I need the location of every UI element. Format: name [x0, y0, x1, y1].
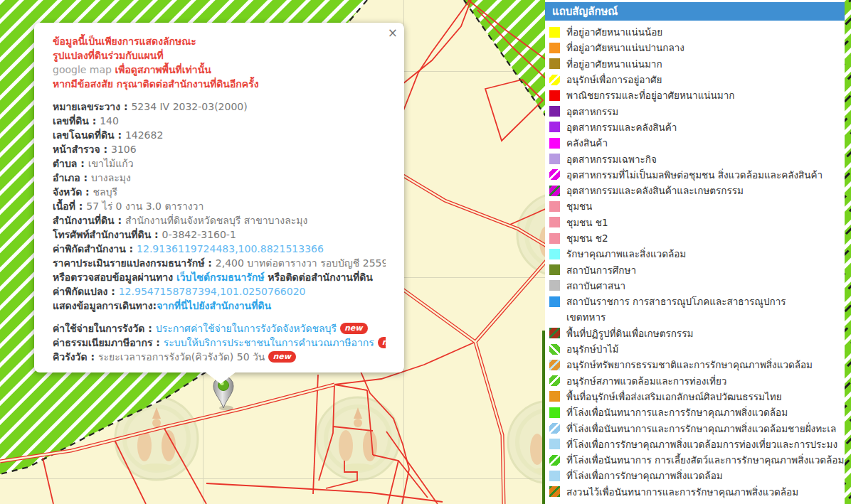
popup-line: เลขโฉนดที่ดิน : 142682 — [53, 128, 386, 142]
legend-label: อุตสาหกรรมและคลังสินค้าและเกษตรกรรม — [566, 183, 744, 198]
popup-line: จังหวัด : ชลบุรี — [53, 185, 386, 199]
popup-text: 5234 IV 2032-03(2000) — [131, 101, 247, 112]
legend-swatch-icon — [549, 375, 560, 386]
popup-text: หรือตรวจสอบข้อมูลผ่านทาง — [53, 272, 176, 283]
popup-link[interactable]: เว็บไซต์กรมธนารักษ์ — [176, 272, 265, 283]
popup-link[interactable]: ระบบให้บริการประชาชนในการคำนวณภาษีอากร — [164, 337, 374, 348]
popup-tail — [205, 372, 236, 384]
legend-item: ที่โล่งเพื่อนันทนาการ การเลี้ยงสัตว์และก… — [545, 452, 845, 468]
popup-line: โทรศัพท์สำนักงานที่ดิน : 0-3842-3160-1 — [53, 227, 386, 242]
legend-swatch-icon — [549, 106, 560, 117]
legend-swatch-icon — [549, 328, 560, 338]
legend-label: ที่โล่งเพื่อการรักษาคุณภาพสิ่งแวดล้อมการ… — [566, 436, 837, 452]
legend-swatch-icon — [549, 201, 560, 212]
legend-label: อนุรักษ์เพื่อการอยู่อาศัย — [566, 72, 662, 87]
popup-link[interactable]: จากที่นี่ไปยังสำนักงานที่ดิน — [157, 300, 271, 311]
legend-item: อนุรักษ์ทรัพยากรธรรมชาติและการรักษาคุณภา… — [545, 357, 845, 372]
legend-swatch-icon — [549, 344, 560, 355]
popup-line: ราคาประเมินรายแปลงกรมธนารักษ์ : 2,400 บา… — [53, 256, 386, 270]
legend-swatch-icon — [549, 280, 560, 291]
legend-item: รักษาคุณภาพและสิ่งแวดล้อม — [545, 246, 845, 262]
legend-item: ที่อยู่อาศัยหนาแน่นน้อย — [545, 24, 845, 40]
legend-item: ที่อยู่อาศัยหนาแน่นปานกลาง — [545, 40, 845, 55]
legend-swatch-icon — [549, 296, 560, 307]
legend-swatch-icon — [549, 312, 560, 323]
popup-link[interactable]: 12.9136119724483,100.8821513366 — [137, 243, 324, 254]
legend-item: ชุมชน ช1 — [545, 215, 845, 230]
popup-text: หมายเลขระวาง : — [53, 101, 131, 112]
popup-line: เนื้อที่ : 57 ไร่ 0 งาน 3.0 ตารางวา — [53, 199, 386, 213]
legend-label: คลังสินค้า — [566, 135, 608, 151]
new-badge: new — [268, 351, 295, 363]
popup-line: ค่าธรรมเนียมภาษีอากร : ระบบให้บริการประช… — [53, 336, 386, 350]
popup-text: ตำบล : — [53, 158, 88, 169]
legend-item: อนุรักษ์เพื่อการอยู่อาศัย — [545, 72, 845, 87]
popup-text: เลขที่ดิน : — [53, 115, 100, 127]
popup-line: ค่าพิกัดแปลง : 12.9547158787394,101.0250… — [53, 284, 386, 299]
popup-text: สำนักงานที่ดิน : — [53, 215, 125, 226]
legend-item: สถาบันศาสนา — [545, 278, 845, 294]
legend-label: สถาบันราชการ การสาธารณูปโภคและสาธารณูปกา… — [566, 294, 786, 309]
legend-item: อนุรักษ์สภาพแวดล้อมและการท่องเที่ยว — [545, 373, 845, 389]
popup-line: อำเภอ : บางละมุง — [53, 171, 386, 185]
legend-label: ชุมชน ช2 — [566, 230, 608, 246]
popup-line: ข้อมูลนี้เป็นเพียงการแสดงลักษณะ — [53, 34, 386, 48]
popup-text: ระยะเวลารอการรังวัด(คิวรังวัด) 50 วัน — [98, 351, 265, 363]
popup-text: ค่าธรรมเนียมภาษีอากร : — [53, 337, 164, 348]
legend-label: สถาบันการศึกษา — [566, 262, 636, 278]
legend-swatch-icon — [549, 138, 560, 149]
parcel-info-popup: × ข้อมูลนี้เป็นเพียงการแสดงลักษณะรูปแปลง… — [34, 23, 404, 372]
popup-line: หมายเลขระวาง : 5234 IV 2032-03(2000) — [53, 100, 386, 114]
legend-label: รักษาคุณภาพและสิ่งแวดล้อม — [566, 246, 686, 262]
legend-label: ที่อยู่อาศัยหนาแน่นปานกลาง — [566, 40, 684, 55]
legend-swatch-icon — [549, 407, 560, 418]
legend-swatch-icon — [549, 391, 560, 402]
legend-swatch-icon — [549, 75, 560, 85]
legend-label: ที่โล่งเพื่อนันทนาการและการรักษาคุณภาพสิ… — [566, 421, 836, 436]
legend-item: พาณิชยกรรมและที่อยู่อาศัยหนาแน่นมาก — [545, 87, 845, 103]
legend-item: ชุมชน — [545, 198, 845, 214]
popup-text: รูปแปลงที่ดินร่วมกับแผนที่ — [53, 50, 164, 61]
popup-text: ค่าใช้จ่ายในการรังวัด : — [53, 323, 156, 334]
popup-text: 142682 — [125, 129, 163, 141]
popup-content: ข้อมูลนี้เป็นเพียงการแสดงลักษณะรูปแปลงที… — [53, 34, 386, 364]
legend-item: อุตสาหกรรมที่ไม่เป็นมลพิษต่อชุมชน สิ่งแว… — [545, 167, 845, 183]
popup-line: ค่าพิกัดสำนักงาน : 12.9136119724483,100.… — [53, 242, 386, 256]
popup-line: หน้าสำรวจ : 3106 — [53, 142, 386, 156]
legend-label: พาณิชยกรรมและที่อยู่อาศัยหนาแน่นมาก — [566, 87, 734, 103]
popup-text: อำเภอ : — [53, 172, 91, 183]
popup-text: google map — [53, 64, 115, 75]
legend-label: ที่โล่งเพื่อนันทนาการและการรักษาคุณภาพสิ… — [566, 404, 788, 420]
legend-item: ที่โล่งเพื่อการรักษาคุณภาพสิ่งแวดล้อมการ… — [545, 436, 845, 452]
legend-item: ที่อยู่อาศัยหนาแน่นมาก — [545, 56, 845, 72]
legend-label: ชุมชน ช1 — [566, 215, 608, 230]
popup-link[interactable]: ประกาศค่าใช้จ่ายในการรังวัดจังหวัดชลบุรี — [156, 323, 337, 334]
close-icon[interactable]: × — [388, 27, 398, 39]
popup-link[interactable]: 12.9547158787394,101.0250766020 — [119, 286, 306, 297]
popup-text: 0-3842-3160-1 — [162, 229, 236, 240]
legend-swatch-icon — [549, 360, 560, 370]
popup-text: ชลบุรี — [93, 186, 118, 198]
legend-swatch-icon — [549, 90, 560, 101]
popup-text: สำนักงานที่ดินจังหวัดชลบุรี สาขาบางละมุง — [125, 215, 307, 226]
legend-item: ชุมชน ช2 — [545, 230, 845, 246]
popup-line: คิวรังวัด : ระยะเวลารอการรังวัด(คิวรังวั… — [53, 350, 386, 364]
popup-line: สำนักงานที่ดิน : สำนักงานที่ดินจังหวัดชล… — [53, 213, 386, 227]
legend-item: อุตสาหกรรมและคลังสินค้าและเกษตรกรรม — [545, 183, 845, 198]
popup-text: ค่าพิกัดสำนักงาน : — [53, 243, 137, 254]
popup-text: แสดงข้อมูลการเดินทาง: — [53, 300, 157, 311]
legend-swatch-icon — [549, 471, 560, 481]
legend-item: สถาบันการศึกษา — [545, 262, 845, 277]
popup-text: เนื้อที่ : — [53, 200, 86, 212]
legend-swatch-icon — [549, 233, 560, 244]
popup-spacer — [53, 313, 386, 321]
legend-item: ที่โล่งเพื่อการรักษาคุณภาพสิ่งแวดล้อม — [545, 468, 845, 483]
legend-item: พื้นที่อนุรักษ์เพื่อส่งเสริมเอกลักษณ์ศิล… — [545, 389, 845, 404]
legend-label: อุตสาหกรรมเฉพาะกิจ — [566, 151, 657, 167]
popup-text: หรือติดต่อสำนักงานที่ดิน — [265, 272, 373, 283]
legend-item: อนุรักษ์ป่าไม้ — [545, 341, 845, 357]
new-badge: new — [340, 323, 367, 334]
popup-text: 2,400 บาทต่อตารางวา รอบบัญชี 2559-2562 — [216, 257, 386, 269]
legend-item: อุตสาหกรรม — [545, 103, 845, 119]
popup-text: เพื่อดูสภาพพื้นที่เท่านั้น — [115, 64, 211, 75]
